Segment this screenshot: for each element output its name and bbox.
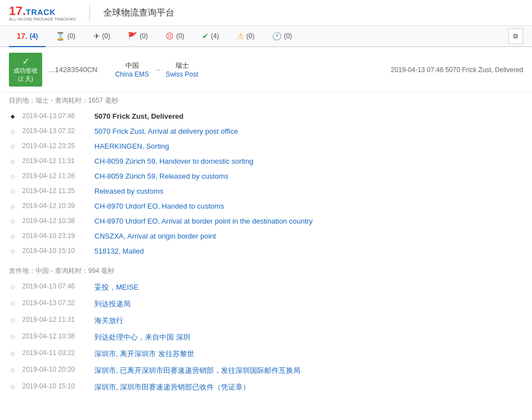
cn-description: 深圳市, 深圳市田赛速递营销部已收件（凭证章）: [94, 382, 250, 392]
cn-timeline-row: ◇2019-04-12 11:31海关放行: [9, 312, 523, 329]
status-line2: (2 天): [13, 75, 38, 83]
timeline-description: 518132, Mailed: [94, 247, 144, 255]
destination-timeline: ◆2019-04-13 07:465070 Frick Zust, Delive…: [0, 109, 532, 259]
timeline-description: 5070 Frick Zust, Delivered: [94, 112, 183, 120]
tab-transit[interactable]: ✈ (0): [86, 26, 118, 47]
logo-17: 17.: [9, 5, 26, 17]
tab-pending[interactable]: ⌛ (0): [48, 26, 83, 47]
timeline-diamond-icon: ◇: [9, 173, 17, 179]
sad-icon: ☹: [165, 32, 174, 41]
tab-warning[interactable]: ⚠ (0): [229, 26, 263, 47]
cn-time: 2019-04-10 15:10: [22, 382, 89, 390]
cn-diamond-icon: ◇: [9, 317, 17, 323]
timeline-description: CNSZXA, Arrival at origin border point: [94, 232, 216, 240]
warning-icon: ⚠: [237, 32, 244, 41]
expand-button[interactable]: ⧉: [508, 28, 523, 44]
route-to-sub: Swiss Post: [165, 70, 198, 78]
timeline-time: 2019-04-13 07:32: [22, 127, 89, 135]
tab-warning-badge: (0): [247, 32, 255, 40]
tab-exception[interactable]: ☹ (0): [158, 26, 192, 47]
timeline-time: 2019-04-12 11:26: [22, 172, 89, 180]
timeline-description: HAERKINGEN, Sorting: [94, 142, 169, 150]
timeline-time: 2019-04-12 10:38: [22, 217, 89, 225]
tab-flag-badge: (0): [139, 32, 148, 40]
plane-icon: ✈: [93, 32, 100, 41]
destination-section-label: 目的地：瑞士 - 查询耗时：1657 毫秒: [0, 93, 532, 109]
expand-icon: ⧉: [513, 32, 518, 40]
timeline-diamond-icon: ◆: [9, 113, 17, 119]
timeline-time: 2019-04-10 23:19: [22, 232, 89, 240]
logo-track: TRACK: [26, 8, 56, 16]
tab-history[interactable]: 🕐 (0): [264, 26, 300, 47]
tab-all-badge: (4): [29, 32, 38, 40]
tab-delivered-badge: (4): [211, 32, 219, 40]
cn-timeline-row: ◇2019-04-11 03:22深圳市, 离开深圳市 发往苏黎世: [9, 346, 523, 362]
hourglass-icon: ⌛: [56, 32, 65, 41]
cn-description: 深圳市, 已离开深圳市田赛速递营销部，发往深圳国际邮件互换局: [94, 366, 300, 376]
cn-description: 海关放行: [94, 316, 123, 326]
tab-flag[interactable]: 🚩 (0): [120, 26, 155, 47]
timeline-diamond-icon: ◇: [9, 143, 17, 149]
timeline-description: CH-8970 Urdorf EO, Arrival at border poi…: [94, 217, 313, 225]
timeline-row: ◇2019-04-12 23:25HAERKINGEN, Sorting: [9, 139, 523, 154]
logo-area: 17. TRACK ALL-IN-ONE PACKAGE TRACKING 全球…: [9, 4, 174, 21]
cn-time: 2019-04-13 07:32: [22, 299, 89, 307]
timeline-description: CH-8059 Zürich 59, Released by customs: [94, 172, 228, 180]
timeline-diamond-icon: ◇: [9, 158, 17, 164]
timeline-row: ◇2019-04-13 07:325070 Frick Zust, Arriva…: [9, 124, 523, 139]
cn-description: 到达处理中心，来自中国 深圳: [94, 332, 190, 342]
timeline-time: 2019-04-12 11:25: [22, 187, 89, 195]
timeline-diamond-icon: ◇: [9, 188, 17, 194]
cn-timeline-row: ◇2019-04-10 15:10深圳市, 深圳市田赛速递营销部已收件（凭证章）: [9, 379, 523, 396]
package-latest-event: 2019-04-13 07:46 5070 Frick Zust, Delive…: [391, 66, 523, 74]
status-check-icon: ✓: [13, 56, 38, 67]
timeline-row: ◇2019-04-12 10:39CH-8970 Urdorf EO, Hand…: [9, 199, 523, 214]
clock-icon: 🕐: [272, 32, 282, 41]
cn-description: 妥投，MEISE: [94, 282, 138, 292]
cn-diamond-icon: ◇: [9, 333, 17, 340]
timeline-row: ◇2019-04-12 11:26CH-8059 Zürich 59, Rele…: [9, 169, 523, 184]
cn-time: 2019-04-12 11:31: [22, 316, 89, 323]
cn-timeline-row: ◇2019-04-10 20:20深圳市, 已离开深圳市田赛速递营销部，发往深圳…: [9, 362, 523, 379]
cn-description: 到达投递局: [94, 299, 131, 309]
tab-delivered[interactable]: ✔ (4): [194, 26, 227, 47]
cn-description: 深圳市, 离开深圳市 发往苏黎世: [94, 349, 194, 359]
cn-time: 2019-04-12 10:38: [22, 332, 89, 340]
header-title: 全球物流查询平台: [103, 7, 174, 19]
timeline-description: Released by customs: [94, 187, 163, 195]
logo-box: 17. TRACK ALL-IN-ONE PACKAGE TRACKING: [9, 5, 76, 21]
package-route: 中国 China EMS → 瑞士 Swiss Post: [115, 61, 198, 78]
tabbar: 17. (4) ⌛ (0) ✈ (0) 🚩 (0) ☹ (0) ✔ (4) ⚠ …: [0, 26, 532, 47]
timeline-diamond-icon: ◇: [9, 203, 17, 209]
check-icon: ✔: [202, 32, 209, 41]
package-row: ✓ 成功签收 (2 天) ...14283540CN 中国 China EMS …: [0, 47, 532, 93]
timeline-time: 2019-04-12 11:31: [22, 157, 89, 165]
timeline-diamond-icon: ◇: [9, 248, 17, 254]
timeline-time: 2019-04-10 15:10: [22, 247, 89, 255]
route-to-label: 瑞士: [175, 61, 189, 70]
cn-time: 2019-04-13 07:46: [22, 282, 89, 290]
timeline-row: ◇2019-04-12 11:25Released by customs: [9, 184, 523, 199]
cn-timeline-row: ◇2019-04-12 10:38到达处理中心，来自中国 深圳: [9, 329, 523, 346]
origin-timeline: ◇2019-04-13 07:46妥投，MEISE◇2019-04-13 07:…: [0, 279, 532, 396]
header-divider: [89, 4, 90, 21]
timeline-diamond-icon: ◇: [9, 233, 17, 239]
timeline-row: ◇2019-04-12 11:31CH-8059 Zürich 59, Hand…: [9, 154, 523, 169]
timeline-time: 2019-04-12 23:25: [22, 142, 89, 150]
logo-subtitle: ALL-IN-ONE PACKAGE TRACKING: [9, 17, 76, 21]
cn-timeline-row: ◇2019-04-13 07:32到达投递局: [9, 296, 523, 312]
route-from-sub: China EMS: [115, 70, 149, 78]
timeline-row: ◇2019-04-10 23:19CNSZXA, Arrival at orig…: [9, 229, 523, 244]
timeline-description: CH-8970 Urdorf EO, Handed to customs: [94, 202, 224, 210]
tab-exception-badge: (0): [176, 32, 184, 40]
route-arrow-icon: →: [153, 65, 161, 74]
tab-all[interactable]: 17. (4): [9, 26, 46, 47]
cn-diamond-icon: ◇: [9, 367, 17, 373]
timeline-description: 5070 Frick Zust, Arrival at delivery pos…: [94, 127, 238, 135]
route-to: 瑞士 Swiss Post: [165, 61, 198, 78]
timeline-row: ◇2019-04-12 10:38CH-8970 Urdorf EO, Arri…: [9, 214, 523, 229]
cn-time: 2019-04-10 20:20: [22, 366, 89, 373]
timeline-diamond-icon: ◇: [9, 128, 17, 134]
route-from-label: 中国: [126, 61, 139, 70]
origin-section-label: 发件地：中国 - 查询耗时：994 毫秒: [0, 263, 532, 279]
